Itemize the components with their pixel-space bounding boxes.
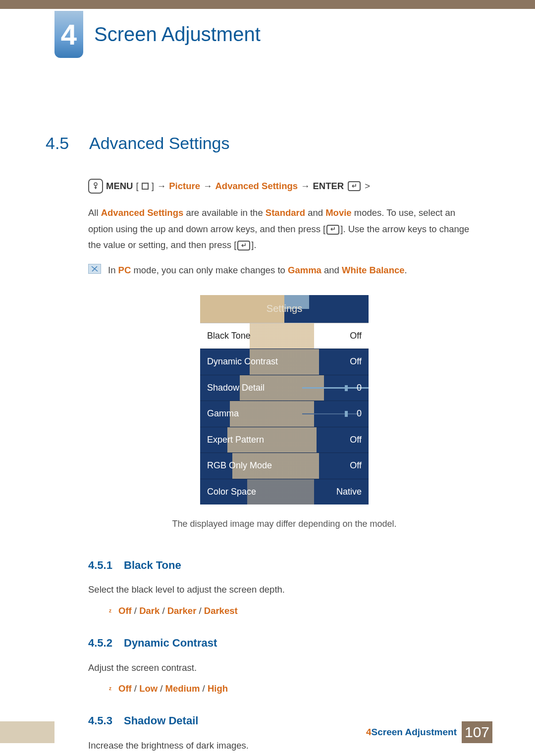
enter-button-icon: [348, 181, 361, 191]
note-block: In PC mode, you can only make changes to…: [88, 262, 481, 278]
menu-button-icon: [142, 183, 149, 190]
slider-icon: [302, 385, 348, 391]
subsection-number: 4.5.1: [88, 556, 117, 575]
page-number: 107: [462, 721, 492, 743]
nav-picture: Picture: [169, 178, 200, 194]
nav-menu-label: MENU: [106, 178, 133, 194]
osd-row-shadow-detail: Shadow Detail 0: [200, 375, 369, 401]
osd-row-color-space: Color Space Native: [200, 479, 369, 505]
arrow-icon: →: [157, 178, 166, 194]
remote-icon: [88, 179, 103, 194]
section-title: Advanced Settings: [89, 134, 230, 153]
enter-button-icon: [326, 225, 339, 235]
nav-enter-label: ENTER: [313, 178, 344, 194]
menu-navigation-path: MENU [ ] → Picture → Advanced Settings →…: [88, 178, 481, 194]
image-caption: The displayed image may differ depending…: [88, 516, 481, 532]
subsection-number: 4.5.2: [88, 634, 117, 653]
nav-bracket-left: [: [136, 178, 138, 194]
osd-title: Settings: [267, 300, 302, 317]
top-decor-bar: [0, 0, 535, 9]
nav-advanced-settings: Advanced Settings: [215, 178, 298, 194]
section-heading: 4.5 Advanced Settings: [46, 134, 230, 153]
chapter-number-badge: 4: [54, 11, 83, 58]
footer-decor: [0, 721, 54, 743]
slider-icon: [302, 411, 348, 417]
arrow-icon: →: [301, 178, 310, 194]
note-icon: [88, 264, 101, 274]
osd-row-gamma: Gamma 0: [200, 401, 369, 427]
arrow-icon: →: [203, 178, 213, 194]
subsection-title: Dynamic Contrast: [124, 634, 217, 653]
bullet-icon: z: [109, 684, 111, 693]
page-footer: 4 Screen Adjustment 107: [0, 721, 535, 743]
subsection-desc: Adjust the screen contrast.: [88, 660, 481, 676]
osd-row-dynamic-contrast: Dynamic Contrast Off: [200, 349, 369, 375]
chapter-title: Screen Adjustment: [94, 23, 261, 46]
section-number: 4.5: [46, 134, 89, 153]
footer-chapter-label: 4 Screen Adjustment: [361, 721, 462, 743]
options-list: z Off / Low / Medium / High: [109, 681, 481, 697]
content-area: MENU [ ] → Picture → Advanced Settings →…: [88, 178, 481, 756]
note-text: In PC mode, you can only make changes to…: [108, 262, 407, 278]
chapter-header: 4 Screen Adjustment: [54, 11, 535, 58]
subsection-black-tone: 4.5.1 Black Tone Select the black level …: [88, 556, 481, 619]
nav-bracket-right: ]: [152, 178, 154, 194]
osd-menu-screenshot: Settings Black Tone Off Dynamic Contrast…: [200, 295, 369, 505]
svg-point-0: [94, 183, 97, 186]
options-list: z Off / Dark / Darker / Darkest: [109, 603, 481, 619]
nav-gt: >: [365, 178, 370, 194]
bullet-icon: z: [109, 606, 111, 615]
subsection-dynamic-contrast: 4.5.2 Dynamic Contrast Adjust the screen…: [88, 634, 481, 697]
enter-button-icon: [237, 241, 250, 251]
subsection-desc: Select the black level to adjust the scr…: [88, 582, 481, 598]
osd-title-bar: Settings: [200, 295, 369, 323]
intro-paragraph: All Advanced Settings are available in t…: [88, 205, 481, 253]
osd-row-rgb-only-mode: RGB Only Mode Off: [200, 453, 369, 479]
subsection-title: Black Tone: [124, 556, 181, 575]
osd-row-black-tone: Black Tone Off: [200, 323, 369, 349]
osd-row-expert-pattern: Expert Pattern Off: [200, 427, 369, 453]
